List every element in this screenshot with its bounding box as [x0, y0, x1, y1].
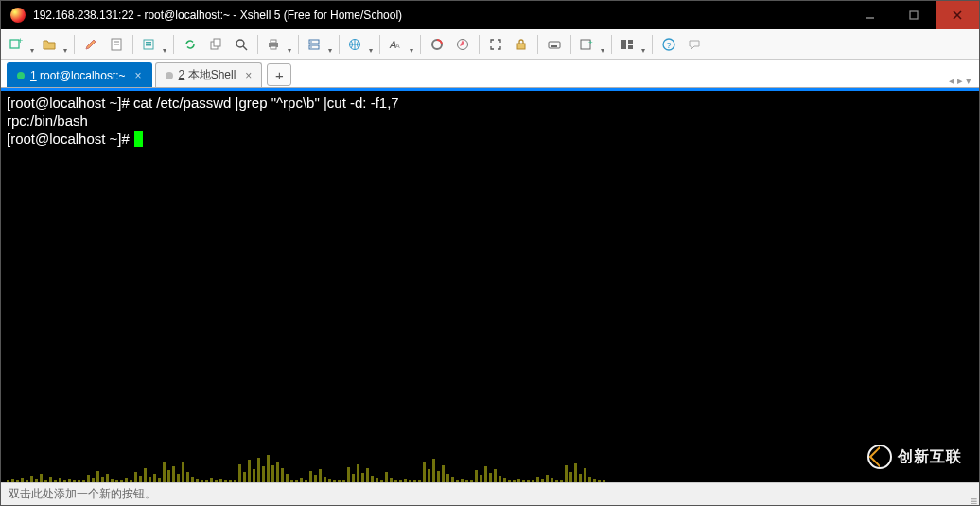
add-pane-icon[interactable]: + [575, 32, 607, 57]
svg-rect-17 [271, 40, 276, 43]
window-title: 192.168.238.131:22 - root@localhost:~ - … [33, 9, 849, 22]
globe-icon[interactable] [343, 32, 376, 57]
server-icon[interactable] [303, 32, 335, 57]
watermark-logo-icon [867, 445, 892, 469]
svg-rect-28 [517, 44, 525, 49]
tab-label: 1 root@localhost:~ [30, 69, 126, 82]
new-session-icon[interactable]: + [5, 32, 37, 57]
close-button[interactable] [936, 1, 979, 29]
cursor [134, 131, 143, 147]
tab-strip: 1 root@localhost:~×2 本地Shell× + ◂ ▸ ▾ [1, 60, 979, 88]
tab-close-button[interactable]: × [245, 69, 252, 82]
minimize-button[interactable] [849, 1, 892, 29]
status-dot-icon [166, 72, 173, 79]
svg-rect-13 [214, 39, 220, 46]
svg-rect-36 [621, 40, 626, 49]
output-line: rpc:/bin/bash [7, 113, 973, 131]
tab-scroll-controls[interactable]: ◂ ▸ ▾ [949, 75, 979, 87]
app-icon [10, 8, 26, 23]
properties-icon[interactable] [137, 32, 169, 57]
toolbar: +AA+? [1, 29, 979, 60]
tab-label: 2 本地Shell [179, 67, 236, 83]
status-dot-icon [17, 72, 25, 79]
svg-text:A: A [395, 43, 400, 49]
layout-icon[interactable] [616, 32, 648, 57]
compass-icon[interactable] [450, 32, 475, 57]
svg-text:+: + [588, 38, 593, 46]
session-tab-1[interactable]: 2 本地Shell× [155, 62, 263, 87]
feedback-icon[interactable] [682, 32, 707, 57]
session-tab-0[interactable]: 1 root@localhost:~× [7, 62, 152, 87]
svg-rect-11 [146, 44, 151, 46]
reconnect-icon[interactable] [178, 32, 202, 57]
svg-rect-1 [910, 11, 918, 19]
maximize-button[interactable] [892, 1, 936, 29]
svg-rect-38 [628, 45, 633, 49]
resize-grip-icon[interactable]: ≡ [971, 498, 976, 504]
svg-line-15 [243, 46, 247, 50]
print-icon[interactable] [262, 32, 294, 57]
terminal-pane[interactable]: [root@localhost ~]# cat /etc/passwd |gre… [1, 88, 979, 482]
pencil-icon[interactable] [79, 32, 103, 57]
svg-point-22 [310, 46, 312, 48]
title-bar: 192.168.238.131:22 - root@localhost:~ - … [1, 1, 979, 29]
help-icon[interactable]: ? [656, 32, 681, 57]
status-bar: 双击此处添加一个新的按钮。 ≡ [1, 482, 979, 505]
watermark: 创新互联 [867, 445, 962, 469]
new-tab-button[interactable]: + [267, 63, 291, 86]
command-text: cat /etc/passwd |grep "^rpc\b" |cut -d: … [133, 95, 399, 111]
fullscreen-icon[interactable] [483, 32, 508, 57]
svg-text:?: ? [667, 40, 672, 49]
find-icon[interactable] [229, 32, 254, 57]
status-hint[interactable]: 双击此处添加一个新的按钮。 [9, 486, 156, 502]
svg-rect-18 [271, 46, 276, 49]
prompt: [root@localhost ~]# [7, 131, 133, 147]
lock-icon[interactable] [509, 32, 534, 57]
copy-stack-icon[interactable] [203, 32, 228, 57]
open-icon[interactable] [38, 32, 70, 57]
svg-point-21 [310, 41, 312, 43]
tab-close-button[interactable]: × [135, 69, 142, 82]
watermark-text: 创新互联 [898, 447, 962, 466]
font-icon[interactable]: AA [384, 32, 416, 57]
svg-rect-10 [146, 42, 151, 44]
keyboard-icon[interactable] [542, 32, 567, 57]
script-icon[interactable] [104, 32, 129, 57]
svg-text:+: + [18, 37, 23, 45]
prompt: [root@localhost ~]# [7, 95, 133, 111]
activity-icon[interactable] [425, 32, 449, 57]
svg-point-14 [236, 40, 244, 47]
audio-spectrum [1, 426, 979, 482]
svg-rect-37 [628, 40, 633, 44]
